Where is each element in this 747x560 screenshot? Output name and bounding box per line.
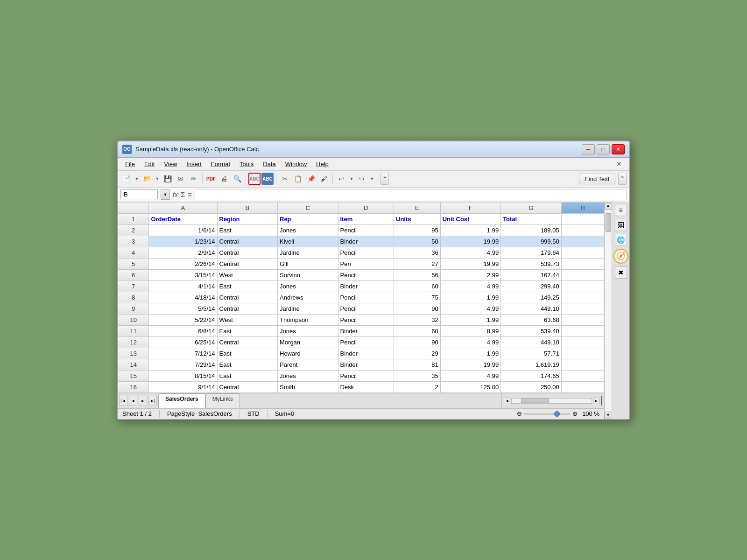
- cell-5-b[interactable]: Central: [217, 258, 278, 269]
- cell-12-a[interactable]: 6/25/14: [149, 336, 217, 348]
- col-header-b[interactable]: B: [217, 202, 278, 213]
- side-panel-collapse[interactable]: ≡: [615, 204, 627, 216]
- cell-6-b[interactable]: West: [217, 269, 278, 280]
- cell-13-h[interactable]: [561, 348, 604, 359]
- redo-button[interactable]: ↪: [356, 173, 368, 185]
- cell-5-a[interactable]: 2/26/14: [149, 258, 217, 269]
- cell-7-c[interactable]: Jones: [278, 280, 338, 292]
- col-header-h[interactable]: H: [561, 202, 604, 213]
- cell-11-a[interactable]: 6/8/14: [149, 325, 217, 336]
- table-row[interactable]: 169/1/14CentralSmithDesk2125.00250.00: [118, 381, 604, 392]
- cell-14-g[interactable]: 1,619.19: [501, 359, 562, 370]
- formula-input[interactable]: [195, 189, 627, 200]
- cell-13-e[interactable]: 29: [394, 348, 441, 359]
- menu-tools[interactable]: Tools: [236, 159, 257, 169]
- cell-1-e[interactable]: Units: [394, 213, 441, 224]
- cell-11-g[interactable]: 539.40: [501, 325, 562, 336]
- cell-7-e[interactable]: 60: [394, 280, 441, 292]
- cell-12-d[interactable]: Pencil: [338, 336, 394, 348]
- cell-2-f[interactable]: 1.99: [440, 224, 501, 236]
- cell-8-h[interactable]: [561, 292, 604, 303]
- cell-5-c[interactable]: Gill: [278, 258, 338, 269]
- cell-14-c[interactable]: Parent: [278, 359, 338, 370]
- cell-9-d[interactable]: Pencil: [338, 303, 394, 314]
- cell-16-f[interactable]: 125.00: [440, 381, 501, 392]
- cell-13-g[interactable]: 57.71: [501, 348, 562, 359]
- cell-6-c[interactable]: Sorvino: [278, 269, 338, 280]
- row-header-4[interactable]: 4: [118, 247, 149, 258]
- menu-format[interactable]: Format: [207, 159, 234, 169]
- cell-3-f[interactable]: 19.99: [440, 236, 501, 247]
- table-row[interactable]: 158/15/14EastJonesPencil354.99174.65: [118, 370, 604, 381]
- cell-3-b[interactable]: Central: [217, 236, 278, 247]
- cell-4-c[interactable]: Jardine: [278, 247, 338, 258]
- sheet-tab-mylinks[interactable]: MyLinks: [205, 393, 240, 408]
- cell-2-b[interactable]: East: [217, 224, 278, 236]
- cell-11-h[interactable]: [561, 325, 604, 336]
- col-header-d[interactable]: D: [338, 202, 394, 213]
- row-header-14[interactable]: 14: [118, 359, 149, 370]
- cell-10-g[interactable]: 63.68: [501, 314, 562, 325]
- col-header-c[interactable]: C: [278, 202, 338, 213]
- cell-3-a[interactable]: 1/23/14: [149, 236, 217, 247]
- cell-4-f[interactable]: 4.99: [440, 247, 501, 258]
- toolbar-more-button[interactable]: »: [381, 173, 389, 185]
- cell-16-d[interactable]: Desk: [338, 381, 394, 392]
- cell-2-g[interactable]: 189.05: [501, 224, 562, 236]
- cell-7-b[interactable]: East: [217, 280, 278, 292]
- zoom-minus-icon[interactable]: ⊖: [517, 410, 522, 417]
- sigma-icon[interactable]: Σ: [181, 190, 185, 198]
- cell-1-d[interactable]: Item: [338, 213, 394, 224]
- table-row[interactable]: 105/22/14WestThompsonPencil321.9963.68: [118, 314, 604, 325]
- cell-10-f[interactable]: 1.99: [440, 314, 501, 325]
- cell-9-c[interactable]: Jardine: [278, 303, 338, 314]
- cell-12-f[interactable]: 4.99: [440, 336, 501, 348]
- zoom-button[interactable]: 🔍: [231, 173, 243, 185]
- menu-view[interactable]: View: [160, 159, 181, 169]
- table-row[interactable]: 42/9/14CentralJardinePencil364.99179.64: [118, 247, 604, 258]
- cell-5-g[interactable]: 539.73: [501, 258, 562, 269]
- cell-13-c[interactable]: Howard: [278, 348, 338, 359]
- vscroll-down[interactable]: ▼: [605, 412, 612, 419]
- cell-10-c[interactable]: Thompson: [278, 314, 338, 325]
- cell-12-b[interactable]: Central: [217, 336, 278, 348]
- menu-insert[interactable]: Insert: [183, 159, 205, 169]
- cell-16-c[interactable]: Smith: [278, 381, 338, 392]
- col-header-g[interactable]: G: [501, 202, 562, 213]
- cell-15-d[interactable]: Pencil: [338, 370, 394, 381]
- dropdown-arrow2[interactable]: ▼: [154, 173, 161, 185]
- cell-7-g[interactable]: 299.40: [501, 280, 562, 292]
- cell-14-h[interactable]: [561, 359, 604, 370]
- cell-6-f[interactable]: 2.99: [440, 269, 501, 280]
- cell-3-e[interactable]: 50: [394, 236, 441, 247]
- cell-1-h[interactable]: [561, 213, 604, 224]
- spellcheck-button[interactable]: ABC: [248, 173, 261, 185]
- cell-7-f[interactable]: 4.99: [440, 280, 501, 292]
- cell-4-e[interactable]: 36: [394, 247, 441, 258]
- hscroll-thumb[interactable]: [521, 399, 549, 403]
- menu-edit[interactable]: Edit: [141, 159, 158, 169]
- close-menu-button[interactable]: ✕: [613, 159, 626, 168]
- cell-10-h[interactable]: [561, 314, 604, 325]
- find-text-button[interactable]: Find Text: [579, 174, 616, 184]
- cell-7-a[interactable]: 4/1/14: [149, 280, 217, 292]
- cell-8-b[interactable]: Central: [217, 292, 278, 303]
- redo-dropdown[interactable]: ▼: [369, 173, 375, 185]
- table-row[interactable]: 95/5/14CentralJardinePencil904.99449.10: [118, 303, 604, 314]
- cell-10-a[interactable]: 5/22/14: [149, 314, 217, 325]
- cell-8-g[interactable]: 149.25: [501, 292, 562, 303]
- maximize-button[interactable]: □: [597, 144, 610, 154]
- cell-10-e[interactable]: 32: [394, 314, 441, 325]
- cell-16-e[interactable]: 2: [394, 381, 441, 392]
- cell-3-d[interactable]: Binder: [338, 236, 394, 247]
- cell-13-d[interactable]: Binder: [338, 348, 394, 359]
- save-button[interactable]: 💾: [162, 173, 174, 185]
- cell-1-g[interactable]: Total: [501, 213, 562, 224]
- cell-9-e[interactable]: 90: [394, 303, 441, 314]
- minimize-button[interactable]: ─: [582, 144, 595, 154]
- pdf-button[interactable]: PDF: [205, 173, 217, 185]
- hscroll-right[interactable]: ►: [593, 398, 599, 404]
- tab-first-button[interactable]: |◄: [119, 396, 127, 406]
- menu-help[interactable]: Help: [312, 159, 332, 169]
- row-header-13[interactable]: 13: [118, 348, 149, 359]
